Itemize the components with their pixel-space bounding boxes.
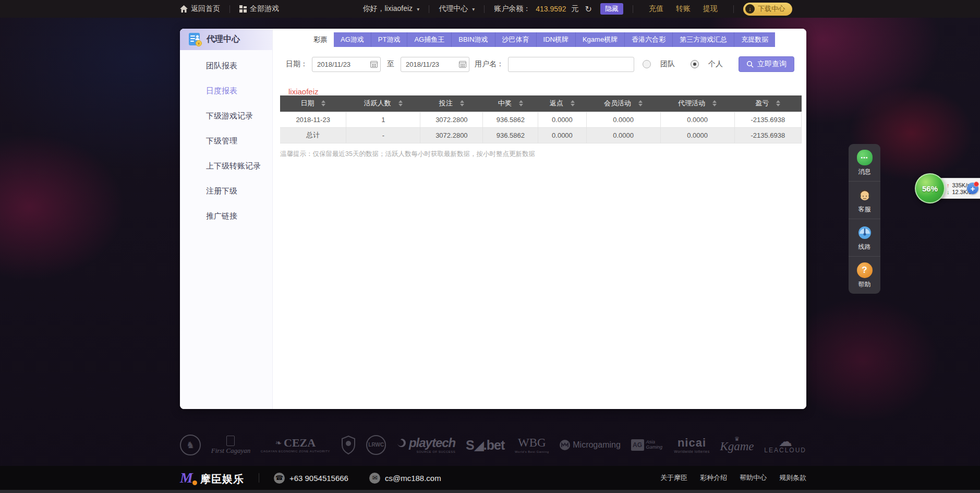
divider [733, 5, 734, 13]
bottombar: M 摩臣娱乐 ☎ +63 9054515666 ✉ cs@mc188.com 关… [0, 466, 980, 490]
col-winnings[interactable]: 中奖 [483, 95, 538, 112]
footer-links: 关于摩臣 彩种介绍 帮助中心 规则条款 [660, 473, 806, 483]
partner-logo-playtech: playtech SOURCE OF SUCCESS [396, 436, 455, 453]
divider [429, 5, 429, 13]
to-label: 至 [387, 59, 394, 69]
report-table: 日期 活跃人数 投注 中奖 返点 会员活动 代理活动 盈亏 2018-11-23… [280, 95, 802, 143]
home-icon [180, 5, 188, 13]
col-member-activity[interactable]: 会员活动 [586, 95, 660, 112]
divider [633, 5, 633, 13]
footer-link-help-center[interactable]: 帮助中心 [740, 473, 767, 483]
col-active-users[interactable]: 活跃人数 [346, 95, 420, 112]
report-username-link[interactable]: lixiaofeiz [288, 87, 319, 96]
brand-logo[interactable]: M 摩臣娱乐 [180, 470, 244, 486]
radio-team-circle[interactable] [643, 60, 651, 68]
col-profit-loss[interactable]: 盈亏 [734, 95, 801, 112]
sort-icon [321, 100, 325, 106]
partner-logo-kgame: ♛ Kgame [720, 437, 754, 453]
tab-ag-fishing[interactable]: AG捕鱼王 [407, 32, 451, 47]
footer-link-lottery-intro[interactable]: 彩种介绍 [700, 473, 727, 483]
tab-deposit-withdraw-data[interactable]: 充提数据 [734, 32, 775, 47]
radio-personal-circle[interactable] [691, 60, 699, 68]
back-home-link[interactable]: 返回首页 [180, 4, 220, 14]
username-input[interactable] [508, 57, 634, 72]
sidebar-item-sub-management[interactable]: 下级管理 [180, 128, 272, 153]
deposit-link[interactable]: 充值 [649, 4, 663, 14]
partner-logo-sa-bet: S◢.bet [466, 438, 504, 452]
balance-unit: 元 [572, 4, 579, 14]
footer-link-rules[interactable]: 规则条款 [779, 473, 806, 483]
col-bets[interactable]: 投注 [420, 95, 483, 112]
sidebar-item-sub-game-records[interactable]: 下级游戏记录 [180, 103, 272, 128]
hide-balance-button[interactable]: 隐藏 [600, 3, 623, 15]
sort-icon [776, 100, 780, 106]
tab-hk-lottery[interactable]: 香港六合彩 [624, 32, 672, 47]
sidebar-item-promo-links[interactable]: 推广链接 [180, 203, 272, 229]
radio-personal[interactable]: 个人 [691, 59, 723, 69]
tab-idn-poker[interactable]: IDN棋牌 [536, 32, 575, 47]
agent-center-menu[interactable]: 代理中心 ▾ [439, 4, 475, 14]
tab-kgame-poker[interactable]: Kgame棋牌 [575, 32, 624, 47]
balance-group: 账户余额： 413.9592 元 ↻ 隐藏 [494, 3, 623, 15]
coat-of-arms-icon [341, 436, 356, 454]
cloud-icon: ☁ [779, 436, 792, 447]
floating-menu: ⋯ 消息 客服 线路 ? 帮助 [849, 144, 880, 294]
tab-bbin-games[interactable]: BBIN游戏 [451, 32, 494, 47]
calendar-icon[interactable] [459, 61, 466, 68]
tab-thirdparty-summary[interactable]: 第三方游戏汇总 [672, 32, 734, 47]
sort-icon [712, 100, 717, 106]
cell-total-label: 总计 [280, 127, 346, 143]
cell-winnings: 936.5862 [483, 127, 538, 143]
calendar-icon[interactable] [370, 61, 378, 68]
topbar: 返回首页 全部游戏 你好，lixiaofeiz ▾ 代理中心 ▾ 账户余额： 4… [0, 0, 980, 18]
partner-logo-wbg: WBG World's Best Gaming [515, 437, 549, 453]
tab-saba-sports[interactable]: 沙巴体育 [495, 32, 536, 47]
sidebar-item-team-report[interactable]: 团队报表 [180, 53, 272, 78]
sort-icon [519, 100, 523, 106]
download-center-button[interactable]: ↓ 下载中心 [743, 3, 792, 16]
download-arrow-icon: ↓ [947, 189, 950, 195]
cell-rebate: 0.0000 [538, 112, 586, 127]
tab-ag-games[interactable]: AG游戏 [334, 32, 371, 47]
cell-profit-loss: -2135.6938 [734, 127, 801, 143]
bottom-strip [0, 490, 980, 493]
cell-bets: 3072.2800 [420, 127, 483, 143]
col-date[interactable]: 日期 [280, 95, 346, 112]
sidebar-menu: 团队报表 日度报表 下级游戏记录 下级管理 上下级转账记录 注册下级 推广链接 [180, 53, 272, 229]
gauge-icon [857, 225, 873, 241]
filter-bar: 日期： 至 [286, 56, 794, 72]
col-agent-activity[interactable]: 代理活动 [660, 95, 734, 112]
memory-percent: 56% [922, 184, 938, 193]
sidebar-item-daily-report[interactable]: 日度报表 [180, 78, 272, 103]
cell-rebate: 0.0000 [538, 127, 586, 143]
username-label: 用户名： [475, 59, 504, 69]
date-to-wrap [401, 57, 469, 72]
messages-button[interactable]: ⋯ 消息 [849, 144, 880, 181]
email-contact: ✉ cs@mc188.com [369, 473, 441, 484]
col-rebate[interactable]: 返点 [538, 95, 586, 112]
footer-link-about[interactable]: 关于摩臣 [660, 473, 687, 483]
balance-value: 413.9592 [536, 5, 566, 13]
tab-lottery[interactable]: 彩票 [307, 32, 334, 47]
tab-pt-games[interactable]: PT游戏 [371, 32, 407, 47]
divider [229, 5, 230, 13]
phone-number: +63 9054515666 [289, 474, 348, 483]
query-button[interactable]: 立即查询 [739, 56, 794, 72]
upload-arrow-icon: ↑ [947, 182, 950, 188]
sidebar-item-transfer-records[interactable]: 上下级转账记录 [180, 153, 272, 178]
speed-boost-button[interactable]: + [967, 183, 978, 194]
page: 返回首页 全部游戏 你好，lixiaofeiz ▾ 代理中心 ▾ 账户余额： 4… [0, 0, 980, 493]
customer-service-button[interactable]: 客服 [849, 181, 880, 219]
refresh-icon[interactable]: ↻ [585, 4, 592, 14]
transfer-link[interactable]: 转账 [676, 4, 691, 14]
radio-team[interactable]: 团队 [643, 59, 675, 69]
help-button[interactable]: ? 帮助 [849, 256, 880, 294]
user-greeting-menu[interactable]: 你好，lixiaofeiz ▾ [362, 4, 419, 14]
sort-icon [398, 100, 403, 106]
all-games-link[interactable]: 全部游戏 [239, 4, 279, 14]
date-from-wrap [312, 57, 381, 72]
withdraw-link[interactable]: 提现 [703, 4, 718, 14]
speed-ball-widget[interactable]: 56% [915, 173, 945, 203]
sidebar-item-register-sub[interactable]: 注册下级 [180, 178, 272, 203]
lines-button[interactable]: 线路 [849, 219, 880, 256]
